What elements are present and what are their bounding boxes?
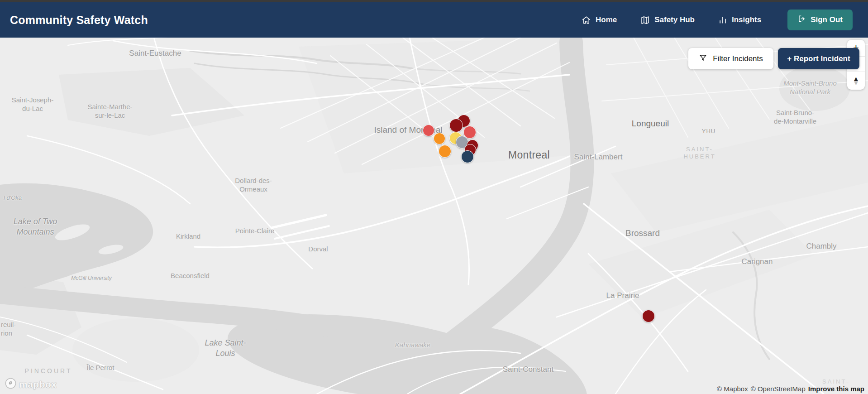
filter-incidents-button[interactable]: Filter Incidents — [688, 48, 773, 69]
incident-marker[interactable] — [642, 310, 655, 322]
nav-item-label: Home — [596, 15, 617, 24]
incident-marker[interactable] — [423, 125, 434, 136]
filter-incidents-label: Filter Incidents — [713, 54, 763, 63]
incident-map[interactable]: Saint-EustacheSaint-Joseph- du-LacSainte… — [0, 38, 868, 394]
funnel-icon — [699, 53, 707, 64]
nav-item-home[interactable]: Home — [582, 15, 617, 25]
bar-chart-icon — [718, 15, 727, 24]
sign-out-button[interactable]: Sign Out — [787, 10, 853, 30]
incident-marker[interactable] — [434, 133, 445, 144]
incident-marker[interactable] — [461, 150, 474, 163]
mapbox-pin-icon — [5, 377, 17, 391]
incident-marker[interactable] — [439, 145, 451, 158]
pitch-toggle-button[interactable]: ▲ ▼ — [847, 72, 865, 89]
osm-attribution-link[interactable]: © OpenStreetMap — [751, 385, 806, 393]
nav-item-label: Safety Hub — [654, 15, 695, 24]
top-navbar: Community Safety Watch Home Safety Hub I… — [0, 2, 868, 38]
report-incident-button[interactable]: + Report Incident — [778, 48, 859, 69]
mapbox-wordmark: mapbox — [19, 379, 57, 390]
app-title: Community Safety Watch — [10, 14, 148, 27]
nav-item-safety-hub[interactable]: Safety Hub — [640, 15, 695, 25]
map-attribution: © Mapbox © OpenStreetMap Improve this ma… — [717, 385, 864, 393]
home-icon — [582, 15, 591, 25]
map-icon — [640, 15, 650, 25]
mapbox-attribution-link[interactable]: © Mapbox — [717, 385, 748, 393]
incident-marker[interactable] — [449, 119, 463, 132]
report-incident-label: + Report Incident — [787, 54, 850, 63]
nav-item-label: Insights — [732, 15, 761, 24]
sign-out-label: Sign Out — [811, 15, 843, 24]
sign-out-icon — [797, 14, 806, 25]
nav-links: Home Safety Hub Insights Sign Out — [582, 10, 853, 30]
triangle-down-icon: ▼ — [853, 81, 859, 85]
basemap-graphics — [0, 38, 868, 394]
mapbox-logo[interactable]: mapbox — [5, 377, 57, 391]
improve-map-link[interactable]: Improve this map — [808, 385, 864, 393]
nav-item-insights[interactable]: Insights — [718, 15, 761, 24]
